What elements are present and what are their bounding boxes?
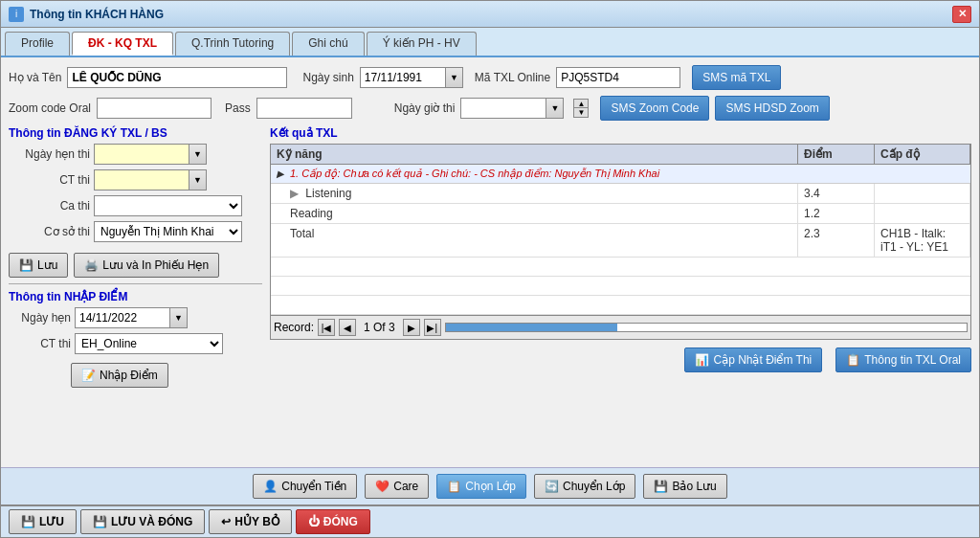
ma-txl-online-label: Mã TXL Online xyxy=(475,71,550,84)
ct-thi-wrapper: ▼ xyxy=(94,169,207,191)
co-so-thi-select[interactable]: Nguyễn Thị Minh Khai xyxy=(94,221,242,242)
ngay-hen-thi-group: Ngày hẹn thi ▼ xyxy=(9,144,262,165)
ca-thi-label: Ca thi xyxy=(9,199,90,213)
table-header-row: Kỹ năng Điểm Cấp độ xyxy=(271,145,970,165)
ngay-gio-thi-wrapper: ▼ xyxy=(460,98,564,119)
nhap-diem-button[interactable]: 📝 Nhập Điểm xyxy=(71,363,168,388)
spin-down[interactable]: ▼ xyxy=(573,108,589,118)
ngay-gio-thi-dropdown[interactable]: ▼ xyxy=(546,98,564,119)
ngay-sinh-input[interactable] xyxy=(360,67,446,88)
info-icon: 📋 xyxy=(846,353,860,367)
tab-ghi-chu[interactable]: Ghi chú xyxy=(292,32,364,56)
dong-button[interactable]: ⏻ ĐÓNG xyxy=(296,509,370,534)
ca-thi-select[interactable] xyxy=(94,195,242,216)
spin-buttons: ▲ ▼ xyxy=(573,99,589,118)
ket-qua-table: Kỹ năng Điểm Cấp độ ▶ 1. Cấp độ: Chưa có… xyxy=(270,144,971,340)
save-icon: 💾 xyxy=(19,258,33,272)
luu-footer-label: LƯU xyxy=(39,515,64,528)
huy-bo-label: HỦY BỎ xyxy=(234,515,278,528)
nhap-diem-ct-thi-select[interactable]: EH_Online xyxy=(75,333,223,354)
tab-dk-kq-txl[interactable]: ĐK - KQ TXL xyxy=(72,32,173,56)
total-diem: 2.3 xyxy=(798,224,875,257)
ngay-sinh-dropdown[interactable]: ▼ xyxy=(446,67,463,88)
zoom-code-oral-label: Zoom code Oral xyxy=(9,101,91,115)
chon-lop-icon: 📋 xyxy=(447,480,461,493)
total-label: Total xyxy=(271,224,798,257)
chuyen-tien-button[interactable]: 👤 Chuyển Tiền xyxy=(253,474,357,499)
luu-dong-label: LƯU VÀ ĐÓNG xyxy=(111,515,192,528)
thong-tin-txl-oral-label: Thông tin TXL Oral xyxy=(864,353,961,367)
nhap-diem-ngay-hen-label: Ngày hẹn xyxy=(9,311,71,325)
footer-undo-icon: ↩ xyxy=(221,515,231,528)
luu-dong-button[interactable]: 💾 LƯU VÀ ĐÓNG xyxy=(80,509,205,534)
ho-va-ten-input[interactable] xyxy=(67,67,287,88)
close-button[interactable]: ✕ xyxy=(952,6,971,23)
bao-luu-button[interactable]: 💾 Bảo Lưu xyxy=(643,474,726,499)
record-page: 1 Of 3 xyxy=(364,321,395,334)
nav-last[interactable]: ▶| xyxy=(424,319,441,336)
top-row: Họ và Tên Ngày sinh ▼ Mã TXL Online SMS … xyxy=(9,65,971,90)
pass-input[interactable] xyxy=(256,98,352,119)
ket-qua-txl-title: Kết quả TXL xyxy=(270,126,971,140)
ngay-hen-thi-input[interactable] xyxy=(94,144,189,165)
ngay-sinh-wrapper: ▼ xyxy=(360,67,463,88)
care-button[interactable]: ❤️ Care xyxy=(365,474,429,499)
tab-y-kien-ph-hv[interactable]: Ý kiến PH - HV xyxy=(367,32,477,56)
col-ky-nang: Kỹ năng xyxy=(271,145,798,164)
tab-profile[interactable]: Profile xyxy=(5,32,70,56)
nhap-diem-ngay-hen-dropdown[interactable]: ▼ xyxy=(170,307,188,328)
expand-icon[interactable]: ▶ xyxy=(277,168,284,179)
ngay-hen-thi-dropdown[interactable]: ▼ xyxy=(189,144,207,165)
nhap-diem-icon: 📝 xyxy=(81,369,96,382)
chon-lop-button[interactable]: 📋 Chọn Lớp xyxy=(436,474,526,499)
luu-footer-button[interactable]: 💾 LƯU xyxy=(9,509,77,534)
pass-label: Pass xyxy=(225,101,251,115)
luu-buttons-row: 💾 Lưu 🖨️ Lưu và In Phiếu Hẹn xyxy=(9,253,262,278)
reading-diem: 1.2 xyxy=(798,204,875,223)
sms-hdsd-zoom-button[interactable]: SMS HDSD Zoom xyxy=(715,96,829,121)
thong-tin-txl-oral-button[interactable]: 📋 Thông tin TXL Oral xyxy=(835,347,971,372)
group-row-1: ▶ 1. Cấp độ: Chưa có kết quả - Ghi chú: … xyxy=(271,165,970,184)
nav-next[interactable]: ▶ xyxy=(403,319,420,336)
ct-thi-dropdown[interactable]: ▼ xyxy=(189,169,207,191)
nav-prev[interactable]: ◀ xyxy=(339,319,356,336)
luu-button[interactable]: 💾 Lưu xyxy=(9,253,68,278)
ma-txl-online-input[interactable] xyxy=(556,67,680,88)
cap-nhat-diem-thi-button[interactable]: 📊 Cập Nhật Điểm Thi xyxy=(684,347,822,372)
footer-bar: 💾 LƯU 💾 LƯU VÀ ĐÓNG ↩ HỦY BỎ ⏻ ĐÓNG xyxy=(1,504,979,537)
bottom-buttons-bar: 👤 Chuyển Tiền ❤️ Care 📋 Chọn Lớp 🔄 Chuyể… xyxy=(1,467,979,504)
tab-q-trinh-tutoring[interactable]: Q.Trinh Tutoring xyxy=(175,32,290,56)
ngay-gio-thi-input[interactable] xyxy=(460,98,546,119)
sms-zoom-code-button[interactable]: SMS Zoom Code xyxy=(600,96,709,121)
group-label: 1. Cấp độ: Chưa có kết quả - Ghi chú: - … xyxy=(290,168,659,180)
right-panel: Kết quả TXL Kỹ năng Điểm Cấp độ ▶ 1. Cấp… xyxy=(270,126,971,393)
listening-label: ▶ Listening xyxy=(271,184,798,203)
ca-thi-group: Ca thi xyxy=(9,195,262,216)
nhap-diem-ngay-hen-input[interactable] xyxy=(75,307,170,328)
col-diem: Điểm xyxy=(798,145,875,164)
zoom-code-oral-input[interactable] xyxy=(97,98,212,119)
record-label: Record: xyxy=(274,321,314,334)
ngay-hen-thi-label: Ngày hẹn thi xyxy=(9,147,90,161)
ct-thi-input[interactable] xyxy=(94,169,189,191)
table-row-empty-3 xyxy=(271,296,970,315)
nhap-diem-ct-thi-label: CT thi xyxy=(9,337,71,350)
sms-ma-txl-button[interactable]: SMS mã TXL xyxy=(692,65,781,90)
nhap-diem-label: Nhập Điểm xyxy=(100,369,158,382)
chuyen-lop-button[interactable]: 🔄 Chuyển Lớp xyxy=(534,474,635,499)
luu-in-phieu-hen-button[interactable]: 🖨️ Lưu và In Phiếu Hẹn xyxy=(74,253,219,278)
table-row-empty-2 xyxy=(271,277,970,296)
table-row-listening: ▶ Listening 3.4 xyxy=(271,184,970,204)
care-icon: ❤️ xyxy=(375,480,390,493)
window-icon: i xyxy=(9,7,24,22)
huy-bo-button[interactable]: ↩ HỦY BỎ xyxy=(209,509,291,534)
nhap-diem-ngay-hen-wrapper: ▼ xyxy=(75,307,188,328)
record-progress xyxy=(445,323,968,332)
reading-label: Reading xyxy=(271,204,798,223)
spin-up[interactable]: ▲ xyxy=(573,99,589,108)
ngay-sinh-label: Ngày sinh xyxy=(302,71,353,84)
nhap-diem-btn-row: 📝 Nhập Điểm xyxy=(9,363,262,388)
main-content-area: Họ và Tên Ngày sinh ▼ Mã TXL Online SMS … xyxy=(1,57,979,467)
dong-label: ĐÓNG xyxy=(323,515,358,528)
nav-first[interactable]: |◀ xyxy=(318,319,335,336)
